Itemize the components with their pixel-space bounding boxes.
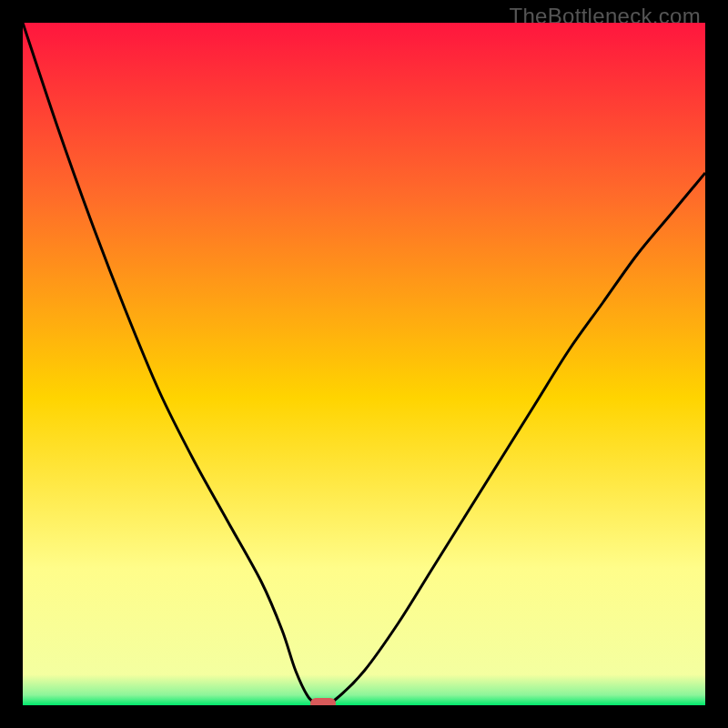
- bottleneck-chart: [23, 23, 705, 705]
- chart-frame: TheBottleneck.com: [0, 0, 728, 728]
- gradient-background: [23, 23, 705, 705]
- plot-area: [23, 23, 705, 705]
- optimal-marker: [310, 698, 336, 705]
